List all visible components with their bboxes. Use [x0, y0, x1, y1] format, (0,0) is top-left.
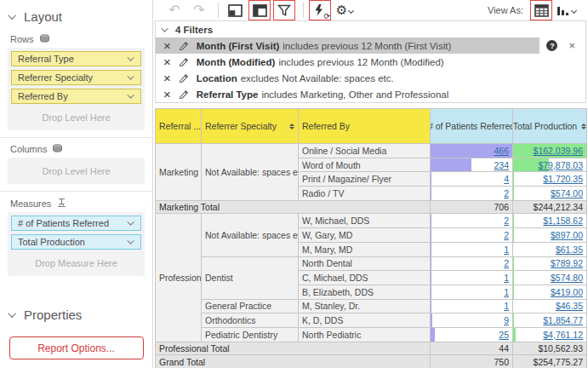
- production-link[interactable]: $1,158.62: [543, 215, 583, 227]
- production-link[interactable]: $4,761.12: [543, 329, 583, 341]
- production-cell: $162,039.96: [513, 144, 587, 158]
- cell-wrap: 234: [431, 158, 512, 172]
- measures-drop-hint: Drop Measure Here: [11, 253, 141, 276]
- pencil-icon[interactable]: [179, 72, 189, 84]
- patients-link[interactable]: 25: [499, 329, 509, 341]
- production-link[interactable]: $46.35: [556, 300, 583, 312]
- measure-field-dropdown[interactable]: Total Production: [11, 234, 141, 250]
- chevron-down-icon: [8, 11, 16, 20]
- group-total-row-production: $10,562.93: [513, 342, 587, 355]
- column-header-5[interactable]: Total Production: [513, 109, 587, 144]
- settings-button[interactable]: ⚙: [334, 0, 356, 20]
- filters-header[interactable]: 4 Filters: [156, 21, 585, 37]
- layout-section-header[interactable]: Layout: [0, 5, 152, 28]
- columns-label: Columns: [10, 144, 47, 154]
- production-link[interactable]: $897.00: [551, 229, 583, 241]
- production-link[interactable]: $574.80: [551, 272, 583, 284]
- patients-link[interactable]: 2: [504, 257, 509, 269]
- production-cell: $574.80: [513, 271, 587, 285]
- close-icon[interactable]: ×: [568, 39, 575, 52]
- remove-filter-button[interactable]: ×: [163, 72, 171, 84]
- help-icon[interactable]: ?: [546, 40, 557, 51]
- patients-link[interactable]: 2: [504, 187, 509, 199]
- patients-link[interactable]: 234: [494, 159, 509, 171]
- filter-row-actions: ?×: [539, 37, 585, 54]
- group-total-row-production: $244,212.34: [513, 200, 587, 214]
- patients-link[interactable]: 1: [504, 286, 509, 298]
- remove-filter-button[interactable]: ×: [163, 88, 171, 101]
- production-link[interactable]: $789.92: [551, 257, 583, 269]
- production-bar: [513, 172, 514, 186]
- undo-button[interactable]: ↶: [163, 0, 186, 20]
- levels-stack-icon: [39, 34, 50, 44]
- patients-link[interactable]: 466: [494, 145, 509, 157]
- redo-button[interactable]: ↷: [188, 0, 210, 20]
- grand-total-row-production: $254,775.27: [513, 355, 587, 368]
- measures-label-row: Measures: [0, 192, 152, 212]
- patients-link[interactable]: 1: [504, 300, 509, 312]
- pivot-panel-button[interactable]: [248, 0, 271, 20]
- toolbar-separator: [218, 3, 219, 18]
- pencil-icon: [179, 40, 189, 50]
- filter-field-name: Location: [197, 73, 237, 83]
- header-label: Referrer Specialty: [205, 121, 277, 131]
- referred-by-cell: M, Stanley, Dr.: [299, 299, 431, 313]
- filter-row-main: ×Month (Modified)includes previous 12 Mo…: [156, 54, 585, 70]
- patients-link[interactable]: 2: [504, 215, 509, 227]
- production-cell: $46.35: [513, 299, 587, 313]
- filter-field-name: Referral Type: [197, 89, 259, 100]
- production-link[interactable]: $1,720.35: [543, 173, 583, 185]
- remove-filter-button[interactable]: ×: [163, 39, 171, 52]
- properties-section-header[interactable]: Properties: [0, 303, 152, 326]
- production-link[interactable]: $419.00: [551, 286, 583, 298]
- column-header-2[interactable]: Referrer Specialty: [202, 109, 299, 144]
- row-field-dropdown[interactable]: Referred By: [11, 89, 141, 104]
- pivot-table: Referral ...Referrer SpecialtyReferred B…: [155, 108, 587, 368]
- patients-link[interactable]: 9: [504, 314, 509, 326]
- production-link[interactable]: $79,878.03: [538, 159, 583, 171]
- production-link[interactable]: $1,854.77: [543, 314, 583, 326]
- group-total-row-patients: 44: [431, 342, 513, 355]
- patients-link[interactable]: 1: [504, 244, 509, 256]
- cell-wrap: $419.00: [513, 285, 586, 299]
- cell-wrap: $789.92: [513, 257, 586, 271]
- column-header-3[interactable]: Referred By: [299, 109, 431, 144]
- cell-wrap: 2: [431, 214, 512, 227]
- report-options-button[interactable]: Report Options...: [9, 336, 144, 359]
- window-layout-button[interactable]: [224, 0, 246, 20]
- remove-filter-button[interactable]: ×: [163, 55, 171, 68]
- filter-text: Month (First Visit)includes previous 12 …: [197, 41, 451, 51]
- production-link[interactable]: $61.35: [556, 244, 583, 256]
- referrer-specialty-cell: General Practice: [202, 299, 299, 313]
- auto-refresh-button[interactable]: ⟳: [309, 0, 331, 20]
- production-link[interactable]: $574.00: [551, 187, 583, 199]
- view-as-chart-button[interactable]: [555, 0, 577, 20]
- view-as-table-button[interactable]: [530, 0, 552, 20]
- cell-wrap: $1,854.77: [513, 313, 586, 327]
- table-row: OrthodonticsK, D, DDS9$1,854.77: [156, 313, 587, 328]
- column-header-4[interactable]: # of Patients Referred: [431, 109, 513, 144]
- production-cell: $897.00: [513, 228, 587, 243]
- cell-wrap: 1: [431, 300, 512, 313]
- cell-wrap: $574.00: [513, 187, 586, 200]
- cell-wrap: 1: [431, 243, 512, 256]
- patients-link[interactable]: 2: [504, 229, 509, 241]
- pencil-icon[interactable]: [179, 56, 189, 68]
- field-label: Referrer Specialty: [18, 72, 93, 83]
- row-field-dropdown[interactable]: Referral Type: [11, 51, 141, 66]
- pencil-icon[interactable]: [179, 89, 189, 101]
- chevron-down-icon: [127, 218, 134, 225]
- production-link[interactable]: $162,039.96: [534, 145, 583, 157]
- patients-link[interactable]: 4: [504, 173, 509, 185]
- filter-button[interactable]: [273, 0, 295, 20]
- pencil-icon[interactable]: [179, 40, 189, 52]
- chevron-down-icon: [127, 72, 134, 79]
- column-header-1[interactable]: Referral ...: [156, 109, 202, 144]
- cell-wrap: 2: [431, 228, 512, 242]
- referred-by-cell: Radio / TV: [299, 187, 431, 201]
- sort-icon: [581, 124, 586, 129]
- patients-link[interactable]: 1: [504, 272, 509, 284]
- measure-field-dropdown[interactable]: # of Patients Referred: [11, 216, 141, 231]
- row-field-dropdown[interactable]: Referrer Specialty: [11, 70, 141, 85]
- rows-drop-hint: Drop Level Here: [11, 107, 141, 130]
